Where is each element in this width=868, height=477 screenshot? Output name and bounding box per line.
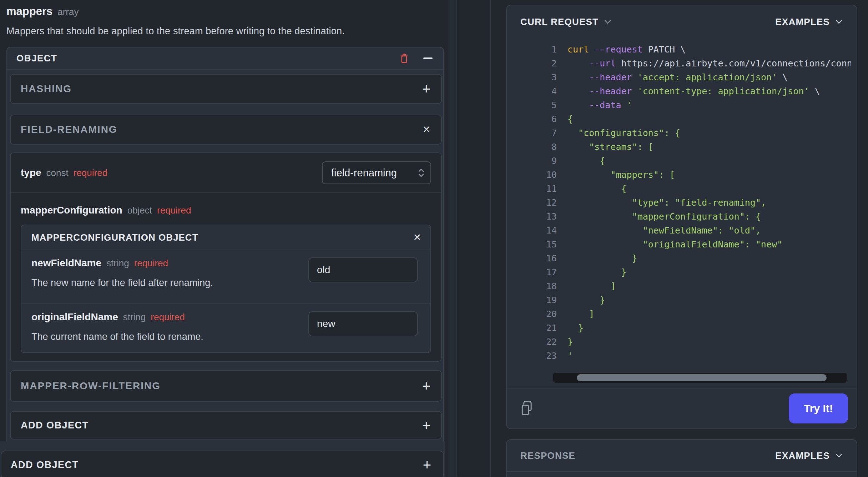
copy-icon (520, 401, 533, 416)
schema-explorer-pane: mappers array Mappers that should be app… (0, 0, 449, 477)
mapper-configuration-object-title: MAPPERCONFIGURATION OBJECT (31, 232, 198, 243)
curl-request-title: CURL REQUEST (520, 16, 599, 27)
close-icon: ✕ (422, 125, 430, 135)
original-field-name-kind: string (123, 312, 146, 323)
chevron-down-icon (836, 20, 842, 24)
field-title-row: mappers array (6, 5, 449, 18)
original-field-name-input[interactable] (308, 311, 418, 336)
mapper-configuration-object-box: MAPPERCONFIGURATION OBJECT ✕ newFieldNam… (21, 225, 431, 353)
curl-code-block[interactable]: 1curl --request PATCH \2 --url https://a… (507, 32, 857, 383)
left-pane-scrollbar[interactable] (450, 0, 457, 477)
curl-examples-label: EXAMPLES (775, 16, 830, 27)
code-lines: 1curl --request PATCH \2 --url https://a… (520, 42, 851, 363)
add-object-label: ADD OBJECT (11, 460, 79, 471)
minus-icon (423, 57, 433, 59)
api-console-pane: CURL REQUEST EXAMPLES 1curl --request PA… (491, 0, 868, 477)
new-field-name-kind: string (106, 258, 129, 269)
chevron-down-icon (836, 453, 842, 458)
add-object-label: ADD OBJECT (21, 420, 89, 431)
add-object-button-outer[interactable]: ADD OBJECT + (1, 451, 444, 477)
type-field-kind: const (46, 167, 69, 179)
mapper-configuration-section: mapperConfiguration object required MAPP… (11, 193, 441, 361)
curl-examples-dropdown[interactable]: EXAMPLES (775, 16, 842, 27)
new-field-name-label: newFieldName (31, 257, 101, 269)
type-select[interactable]: field-renaming (322, 161, 431, 184)
response-examples-dropdown[interactable]: EXAMPLES (775, 450, 842, 461)
field-renaming-body: type const required field-renaming (10, 152, 442, 362)
new-field-name-row: newFieldName string required The new nam… (21, 250, 430, 303)
code-horizontal-scrollbar[interactable] (553, 373, 847, 383)
close-mapper-configuration-button[interactable]: ✕ (413, 233, 421, 242)
type-field-row: type const required field-renaming (11, 153, 441, 193)
close-icon: ✕ (413, 233, 421, 242)
type-select-value: field-renaming (331, 167, 397, 179)
field-type-label: array (57, 6, 79, 17)
new-field-name-input[interactable] (308, 257, 418, 282)
chevron-down-icon (604, 20, 611, 24)
response-examples-label: EXAMPLES (775, 450, 830, 461)
plus-icon: + (422, 82, 430, 96)
scrollbar-thumb[interactable] (577, 374, 827, 381)
plus-icon: + (423, 458, 431, 472)
mapper-row-filtering-section-toggle[interactable]: MAPPER-ROW-FILTERING + (10, 370, 442, 402)
field-renaming-section-toggle[interactable]: FIELD-RENAMING ✕ (10, 115, 442, 145)
mapper-configuration-kind: object (127, 205, 152, 216)
collapse-object-button[interactable] (423, 57, 433, 59)
mapper-configuration-name: mapperConfiguration (21, 205, 122, 216)
original-field-name-required-badge: required (151, 312, 185, 323)
delete-object-button[interactable] (399, 53, 409, 64)
original-field-name-label: originalFieldName (31, 311, 118, 323)
try-it-button[interactable]: Try It! (789, 393, 848, 423)
new-field-name-description: The new name for the field after renamin… (31, 277, 213, 288)
type-field-name: type (21, 167, 41, 179)
original-field-name-description: The current name of the field to rename. (31, 331, 203, 342)
trash-icon (399, 53, 409, 64)
select-stepper-icon (418, 167, 425, 178)
field-name-heading: mappers (6, 5, 52, 18)
curl-request-dropdown[interactable]: CURL REQUEST (520, 16, 611, 27)
field-renaming-section-title: FIELD-RENAMING (21, 124, 117, 135)
copy-code-button[interactable] (520, 401, 533, 416)
add-object-button-inner[interactable]: ADD OBJECT + (10, 411, 442, 440)
hashing-section-title: HASHING (21, 83, 72, 95)
response-card: RESPONSE EXAMPLES (506, 439, 857, 477)
mapper-row-filtering-section-title: MAPPER-ROW-FILTERING (21, 380, 161, 392)
hashing-section-toggle[interactable]: HASHING + (10, 74, 442, 104)
mapper-configuration-required-badge: required (157, 205, 191, 216)
mapper-configuration-object-header: MAPPERCONFIGURATION OBJECT ✕ (21, 225, 430, 250)
object-card-title: OBJECT (16, 53, 57, 64)
original-field-name-row: originalFieldName string required The cu… (21, 303, 430, 352)
plus-icon: + (422, 379, 430, 393)
field-description: Mappers that should be applied to the st… (6, 26, 449, 37)
object-card: OBJECT (6, 47, 444, 445)
plus-icon: + (422, 418, 430, 432)
object-card-header: OBJECT (7, 47, 443, 70)
curl-request-card: CURL REQUEST EXAMPLES 1curl --request PA… (506, 5, 857, 429)
type-field-required-badge: required (74, 167, 107, 179)
response-title: RESPONSE (520, 450, 575, 461)
response-body (507, 471, 857, 477)
new-field-name-required-badge: required (134, 258, 168, 269)
